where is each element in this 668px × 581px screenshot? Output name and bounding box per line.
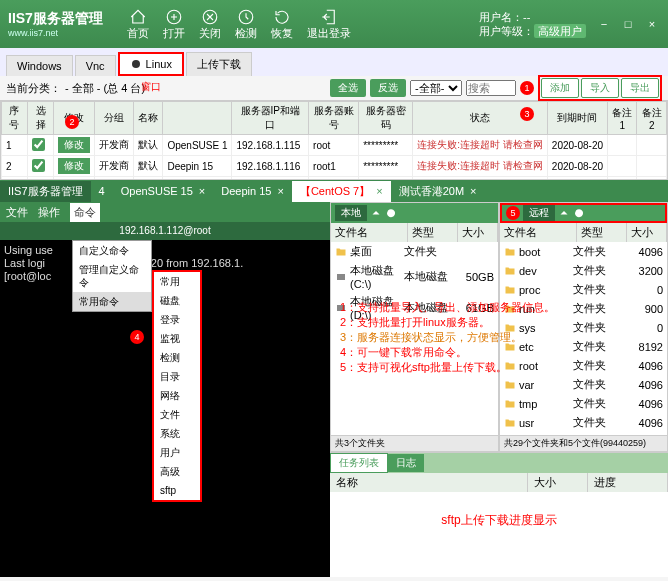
- ctx-manage[interactable]: 管理自定义命令: [73, 260, 151, 292]
- tab-upload[interactable]: 上传下载: [186, 52, 252, 76]
- remote-toolbar: 5 远程: [500, 203, 667, 223]
- task-area: 任务列表 日志 名称大小进度 sftp上传下载进度显示: [330, 452, 668, 577]
- restore-icon[interactable]: 恢复: [271, 8, 293, 41]
- count: 4: [91, 182, 113, 200]
- import-button[interactable]: 导入: [581, 78, 619, 98]
- refresh-icon[interactable]: [385, 207, 397, 219]
- ctx-custom[interactable]: 自定义命令: [73, 241, 151, 260]
- invert-button[interactable]: 反选: [370, 79, 406, 97]
- menu-cmd[interactable]: 命令: [70, 203, 100, 222]
- list-item[interactable]: var文件夹4096: [500, 375, 667, 394]
- terminal-pane: 文件 操作 命令 192.168.1.112@root Using use La…: [0, 202, 330, 577]
- select-all-button[interactable]: 全选: [330, 79, 366, 97]
- logo: IIS7服务器管理 www.iis7.net: [8, 10, 107, 38]
- remote-status: 共29个文件夹和5个文件(99440259): [500, 435, 667, 451]
- svg-rect-4: [337, 274, 345, 280]
- tab-tasks[interactable]: 任务列表: [330, 453, 388, 473]
- logout-icon[interactable]: 退出登录: [307, 8, 351, 41]
- user-info: 用户名：-- 用户等级：高级用户: [479, 10, 586, 38]
- refresh-icon[interactable]: [573, 207, 585, 219]
- tab-log[interactable]: 日志: [388, 454, 424, 472]
- list-item[interactable]: 桌面文件夹: [331, 242, 498, 261]
- marker-3: 3: [520, 107, 534, 121]
- local-select[interactable]: 本地: [335, 205, 367, 221]
- context-menu: 自定义命令 管理自定义命令 常用命令: [72, 240, 152, 312]
- list-item[interactable]: dev文件夹3200: [500, 261, 667, 280]
- terminal-body[interactable]: Using use Last logi:37:01 2020 from 192.…: [0, 240, 330, 577]
- class-value: - 全部 - (总 4 台): [65, 81, 145, 96]
- up-icon[interactable]: [370, 207, 382, 219]
- file-pane: 本地 文件名类型大小 桌面文件夹 本地磁盘(C:\)本地磁盘50GB 本地磁盘(…: [330, 202, 668, 577]
- menu-op[interactable]: 操作: [38, 205, 60, 220]
- edit-button[interactable]: 修改: [58, 137, 90, 153]
- menu-file[interactable]: 文件: [6, 205, 28, 220]
- list-item[interactable]: sys文件夹0: [500, 318, 667, 337]
- search-input[interactable]: [466, 80, 516, 96]
- window-close-icon[interactable]: ×: [644, 16, 660, 32]
- local-status: 共3个文件夹: [331, 435, 498, 451]
- marker-5: 5: [506, 206, 520, 220]
- tab-windows[interactable]: Windows: [6, 55, 73, 76]
- list-item[interactable]: 本地磁盘(C:\)本地磁盘50GB: [331, 261, 498, 292]
- titlebar: IIS7服务器管理 www.iis7.net 首页 打开 关闭 检测 恢复 退出…: [0, 0, 668, 48]
- close-icon[interactable]: 关闭: [199, 8, 221, 41]
- mgr-tab[interactable]: IIS7服务器管理: [0, 181, 91, 202]
- list-item[interactable]: proc文件夹0: [500, 280, 667, 299]
- list-item[interactable]: etc文件夹8192: [500, 337, 667, 356]
- row-check[interactable]: [32, 138, 45, 151]
- grid-header: 序号选择修改分组名称服务器IP和端口服务器账号服务器密码状态到期时间备注1备注2: [2, 102, 667, 135]
- marker-4: 4: [130, 330, 144, 344]
- remote-select[interactable]: 远程: [523, 205, 555, 221]
- tab-vnc[interactable]: Vnc: [75, 55, 116, 76]
- detect-icon[interactable]: 检测: [235, 8, 257, 41]
- svg-point-3: [132, 60, 140, 68]
- toolbar-icons: 首页 打开 关闭 检测 恢复 退出登录: [127, 8, 351, 41]
- table-row[interactable]: 2修改开发商默认Deepin 15192.168.1.116root1*****…: [2, 156, 667, 177]
- term-address: 192.168.1.112@root: [0, 222, 330, 240]
- list-item[interactable]: usr文件夹4096: [500, 413, 667, 432]
- annotation-notes: 1：支持批量导入、导出、添加服务器信息。 2：支持批量打开linux服务器。 3…: [340, 300, 490, 375]
- context-submenu: 常用磁盘登录监视检测目录网络文件系统用户高级sftp: [152, 270, 202, 502]
- home-icon[interactable]: 首页: [127, 8, 149, 41]
- export-button[interactable]: 导出: [621, 78, 659, 98]
- group-select[interactable]: -全部-: [410, 80, 462, 96]
- ctx-common[interactable]: 常用命令: [73, 292, 151, 311]
- session-tab-active[interactable]: 【CentOS 7】×: [292, 181, 391, 202]
- maximize-icon[interactable]: □: [620, 16, 636, 32]
- main-tabs: Windows Vnc Linux 上传下载: [0, 48, 668, 76]
- marker-1: 1: [520, 81, 534, 95]
- open-icon[interactable]: 打开: [163, 8, 185, 41]
- session-tab[interactable]: 测试香港20M×: [391, 181, 485, 202]
- list-item[interactable]: root文件夹4096: [500, 356, 667, 375]
- list-item[interactable]: boot文件夹4096: [500, 242, 667, 261]
- local-toolbar: 本地: [331, 203, 498, 223]
- table-row[interactable]: 1修改开发商默认OpenSUSE 1192.168.1.115root*****…: [2, 135, 667, 156]
- session-tab[interactable]: OpenSUSE 15×: [113, 182, 214, 200]
- remote-pane: 5 远程 文件名类型大小 boot文件夹4096dev文件夹3200proc文件…: [499, 202, 668, 452]
- server-grid: 序号选择修改分组名称服务器IP和端口服务器账号服务器密码状态到期时间备注1备注2…: [0, 100, 668, 180]
- tab-linux[interactable]: Linux: [118, 52, 184, 76]
- filter-row: 当前分类： - 全部 - (总 4 台) 全选 反选 -全部- 1 添加 导入 …: [0, 76, 668, 100]
- class-label: 当前分类：: [6, 81, 61, 96]
- add-button[interactable]: 添加: [541, 78, 579, 98]
- up-icon[interactable]: [558, 207, 570, 219]
- marker-2: 2: [65, 115, 79, 129]
- session-tab[interactable]: Deepin 15×: [213, 182, 292, 200]
- task-message: sftp上传下载进度显示: [330, 492, 668, 549]
- minimize-icon[interactable]: −: [596, 16, 612, 32]
- session-tabs: IIS7服务器管理 4 OpenSUSE 15× Deepin 15× 【Cen…: [0, 180, 668, 202]
- list-item[interactable]: tmp文件夹4096: [500, 394, 667, 413]
